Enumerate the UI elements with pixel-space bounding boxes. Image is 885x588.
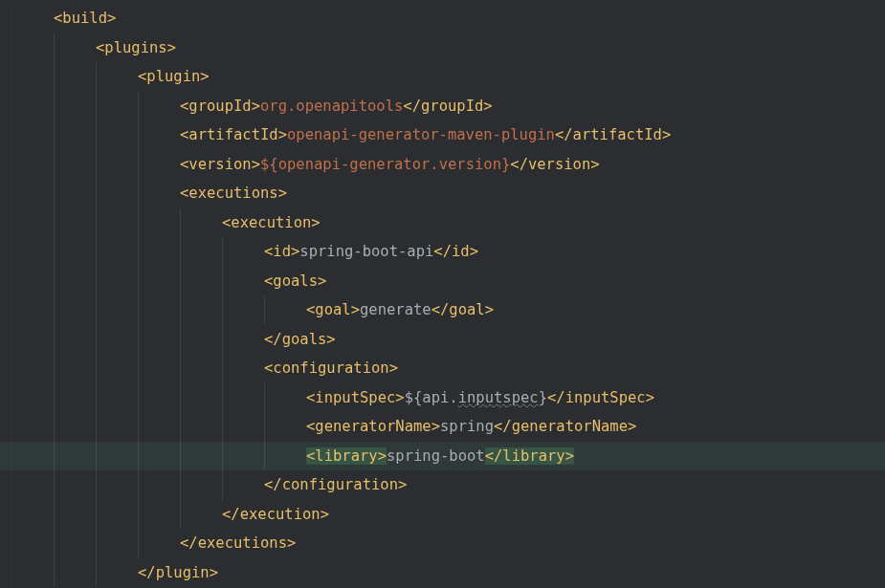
code-token: <plugin>: [138, 68, 210, 85]
code-line[interactable]: <artifactId>openapi-generator-maven-plug…: [0, 120, 885, 150]
code-line[interactable]: <build>: [0, 4, 885, 33]
code-token: </plugin>: [138, 564, 218, 581]
gutter: [0, 412, 11, 442]
code-line[interactable]: <id>spring-boot-api</id>: [0, 237, 885, 267]
indent-guides: [11, 267, 264, 296]
code-content: <goals>: [264, 267, 326, 296]
code-token: <plugins>: [96, 39, 176, 56]
code-content: <inputSpec>${api.inputspec}</inputSpec>: [306, 383, 654, 413]
gutter: [0, 325, 11, 355]
code-line[interactable]: <goal>generate</goal>: [0, 295, 885, 325]
code-content: <version>${openapi-generator.version}</v…: [180, 150, 600, 180]
gutter: [0, 295, 11, 325]
gutter: [0, 92, 11, 121]
gutter: [0, 62, 11, 92]
code-content: <generatorName>spring</generatorName>: [306, 412, 636, 442]
gutter: [0, 267, 11, 296]
gutter: [0, 470, 11, 500]
code-line[interactable]: <library>spring-boot</library>: [0, 442, 885, 471]
code-content: <groupId>org.openapitools</groupId>: [180, 92, 493, 121]
code-token: </inputSpec>: [547, 389, 654, 406]
code-token: <artifactId>: [180, 126, 287, 143]
indent-guides: [11, 325, 264, 355]
code-content: <goal>generate</goal>: [306, 295, 494, 325]
code-token: <goals>: [264, 272, 326, 290]
code-token: <execution>: [222, 214, 321, 231]
code-content: <artifactId>openapi-generator-maven-plug…: [180, 120, 671, 150]
code-line[interactable]: </configuration>: [0, 470, 885, 500]
code-content: <build>: [54, 4, 116, 33]
code-token: ${api.: [405, 389, 458, 406]
code-line[interactable]: </executions>: [0, 529, 885, 558]
code-line[interactable]: <plugin>: [0, 62, 885, 92]
code-content: <id>spring-boot-api</id>: [264, 237, 478, 267]
indent-guides: [11, 412, 306, 442]
gutter: [0, 383, 11, 413]
code-token: <version>: [180, 156, 260, 173]
indent-guides: [11, 179, 180, 208]
indent-guides: [11, 208, 222, 238]
indent-guides: [11, 354, 264, 383]
code-line[interactable]: <configuration>: [0, 354, 885, 383]
code-token: <goal>: [306, 301, 360, 318]
code-token: <build>: [54, 10, 116, 27]
code-line[interactable]: </execution>: [0, 500, 885, 530]
gutter: [0, 558, 11, 588]
gutter: [0, 179, 11, 208]
code-token: <groupId>: [180, 98, 260, 115]
code-token: openapi-generator-maven-plugin: [287, 126, 555, 143]
indent-guides: [11, 33, 96, 63]
code-token: org.openapitools: [260, 98, 403, 115]
code-line[interactable]: <executions>: [0, 179, 885, 208]
indent-guides: [11, 470, 264, 500]
code-content: <plugins>: [96, 33, 176, 63]
code-token: </execution>: [222, 506, 329, 523]
code-line[interactable]: <version>${openapi-generator.version}</v…: [0, 150, 885, 180]
code-token: spring: [440, 418, 494, 435]
code-line[interactable]: <goals>: [0, 267, 885, 296]
code-token: </library>: [485, 447, 574, 465]
code-line[interactable]: </plugin>: [0, 558, 885, 588]
code-token: spring-boot: [387, 447, 485, 465]
code-token: <library>: [306, 447, 387, 465]
code-content: <configuration>: [264, 354, 398, 383]
code-token: generate: [360, 301, 431, 318]
code-token: </artifactId>: [555, 126, 671, 143]
code-token: </goal>: [431, 301, 494, 318]
gutter: [0, 4, 11, 33]
code-token: <executions>: [180, 185, 287, 202]
indent-guides: [11, 120, 180, 150]
code-line[interactable]: </goals>: [0, 325, 885, 355]
code-token: <configuration>: [264, 359, 398, 377]
code-token: </version>: [510, 156, 599, 173]
code-line[interactable]: <execution>: [0, 208, 885, 238]
code-editor[interactable]: <build><plugins><plugin><groupId>org.ope…: [0, 0, 885, 587]
indent-guides: [11, 62, 138, 92]
code-content: </plugin>: [138, 558, 218, 588]
code-token: </configuration>: [264, 476, 407, 493]
code-token: </groupId>: [403, 98, 492, 115]
gutter: [0, 500, 11, 530]
indent-guides: [11, 150, 180, 180]
code-token: spring-boot-api: [299, 243, 433, 260]
code-line[interactable]: <generatorName>spring</generatorName>: [0, 412, 885, 442]
gutter: [0, 529, 11, 558]
code-content: </configuration>: [264, 470, 407, 500]
indent-guides: [11, 92, 180, 121]
indent-guides: [11, 383, 306, 413]
code-token: <inputSpec>: [306, 389, 405, 406]
indent-guides: [11, 500, 222, 530]
code-content: </goals>: [264, 325, 336, 355]
code-token: <generatorName>: [306, 418, 440, 435]
code-line[interactable]: <inputSpec>${api.inputspec}</inputSpec>: [0, 383, 885, 413]
code-content: <library>spring-boot</library>: [306, 442, 574, 471]
code-token: </goals>: [264, 331, 336, 348]
code-token: }: [539, 389, 547, 406]
gutter: [0, 237, 11, 267]
gutter: [0, 120, 11, 150]
code-line[interactable]: <groupId>org.openapitools</groupId>: [0, 92, 885, 121]
code-line[interactable]: <plugins>: [0, 33, 885, 63]
code-token: inputspec: [458, 389, 539, 406]
code-token: </id>: [433, 243, 478, 260]
indent-guides: [11, 237, 264, 267]
